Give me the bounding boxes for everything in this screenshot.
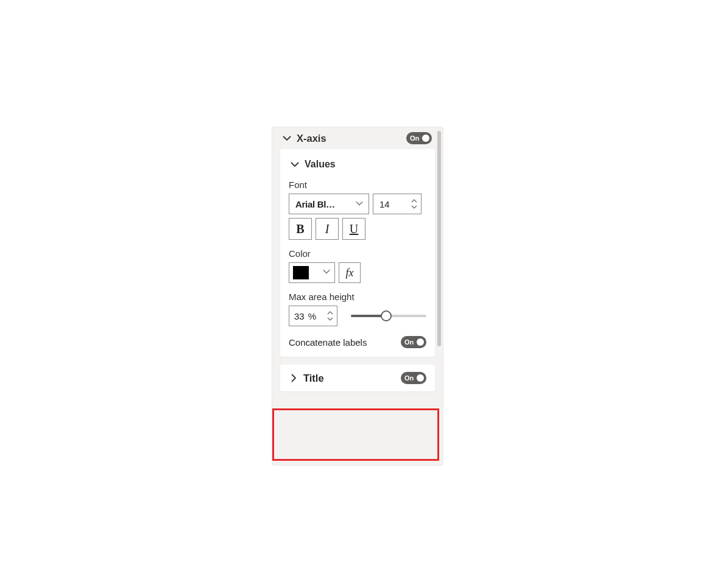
title-label: Title bbox=[303, 373, 324, 384]
toggle-knob bbox=[417, 338, 424, 346]
stepper-buttons bbox=[327, 310, 333, 321]
max-area-height-label: Max area height bbox=[289, 292, 426, 302]
font-label: Font bbox=[289, 180, 426, 190]
panel-scrollbar[interactable] bbox=[437, 131, 441, 346]
values-label: Values bbox=[305, 159, 336, 170]
fx-button[interactable]: fx bbox=[339, 262, 361, 283]
max-area-height-slider[interactable] bbox=[351, 306, 426, 326]
toggle-on-label: On bbox=[410, 135, 419, 142]
values-section-header[interactable]: Values bbox=[289, 155, 426, 176]
font-size-stepper[interactable]: 14 bbox=[373, 194, 422, 214]
chevron-right-icon bbox=[289, 373, 298, 383]
font-family-dropdown[interactable]: Arial Bl… bbox=[289, 194, 369, 214]
format-panel: X-axis On Values Font Arial Bl… bbox=[272, 127, 443, 466]
max-area-value: 33 bbox=[294, 311, 305, 321]
max-area-height-stepper[interactable]: 33 % bbox=[289, 306, 337, 326]
chevron-down-icon bbox=[355, 199, 364, 209]
chevron-down-icon bbox=[290, 159, 300, 169]
title-toggle[interactable]: On bbox=[401, 372, 426, 384]
italic-button[interactable]: I bbox=[316, 218, 339, 240]
x-axis-toggle[interactable]: On bbox=[406, 132, 432, 144]
font-size-value: 14 bbox=[379, 199, 411, 209]
chevron-up-icon[interactable] bbox=[411, 198, 417, 203]
bold-button[interactable]: B bbox=[289, 218, 312, 240]
toggle-on-label: On bbox=[404, 374, 414, 382]
title-section-header[interactable]: Title On bbox=[280, 365, 435, 391]
toggle-on-label: On bbox=[404, 338, 414, 346]
stepper-buttons bbox=[411, 198, 417, 209]
color-label: Color bbox=[289, 248, 426, 259]
color-swatch bbox=[293, 266, 309, 279]
percent-unit: % bbox=[308, 311, 327, 321]
toggle-knob bbox=[422, 135, 429, 142]
chevron-up-icon[interactable] bbox=[327, 310, 333, 315]
x-axis-section-header[interactable]: X-axis On bbox=[272, 127, 443, 149]
values-card: Values Font Arial Bl… 14 bbox=[280, 149, 435, 357]
toggle-knob bbox=[417, 374, 424, 382]
chevron-down-icon bbox=[282, 133, 292, 143]
font-family-value: Arial Bl… bbox=[295, 199, 353, 209]
chevron-down-icon[interactable] bbox=[411, 205, 417, 209]
underline-button[interactable]: U bbox=[342, 218, 365, 240]
concatenate-labels-label: Concatenate labels bbox=[289, 337, 367, 348]
color-picker[interactable] bbox=[289, 262, 335, 283]
fx-label: fx bbox=[346, 267, 354, 279]
concatenate-labels-row: Concatenate labels On bbox=[289, 336, 426, 348]
slider-thumb[interactable] bbox=[381, 310, 392, 321]
x-axis-label: X-axis bbox=[297, 133, 326, 144]
chevron-down-icon[interactable] bbox=[327, 317, 333, 321]
concatenate-labels-toggle[interactable]: On bbox=[401, 336, 426, 348]
chevron-down-icon bbox=[322, 267, 331, 278]
